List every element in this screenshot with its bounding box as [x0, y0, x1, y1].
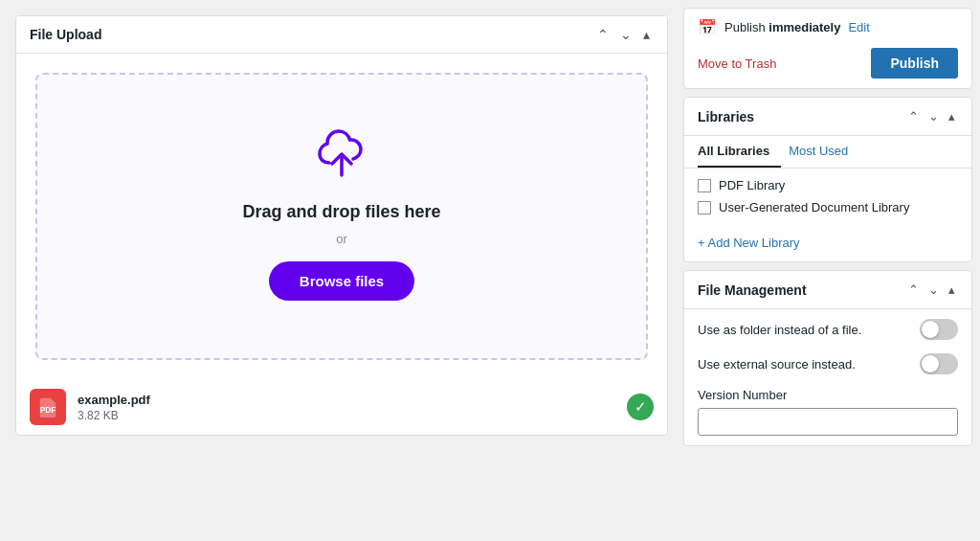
library-checkbox-pdf[interactable] — [698, 179, 711, 192]
or-divider-text: or — [336, 232, 347, 246]
browse-files-button[interactable]: Browse files — [269, 261, 414, 301]
file-management-body: Use as folder instead of a file. Use ext… — [684, 309, 971, 445]
expand-button[interactable]: ▴ — [639, 26, 654, 43]
file-mgmt-controls: ⌃ ⌄ ▴ — [905, 281, 958, 299]
file-mgmt-expand[interactable]: ▴ — [946, 281, 958, 299]
toggle-label-folder: Use as folder instead of a file. — [698, 323, 861, 337]
toggle-row-external: Use external source instead. — [698, 353, 958, 374]
drop-zone[interactable]: Drag and drop files here or Browse files — [35, 73, 648, 360]
version-number-label: Version Number — [698, 388, 958, 402]
library-label-ugd: User-Generated Document Library — [719, 200, 909, 214]
right-panel: 📅 Publish immediately Edit Move to Trash… — [683, 0, 980, 541]
library-checkbox-ugd[interactable] — [698, 201, 711, 214]
add-library-link[interactable]: + Add New Library — [684, 232, 971, 261]
card-header: File Upload ⌃ ⌄ ▴ — [16, 16, 667, 54]
file-management-section: File Management ⌃ ⌄ ▴ Use as folder inst… — [683, 270, 972, 446]
card-title: File Upload — [30, 27, 101, 42]
collapse-down-button[interactable]: ⌄ — [616, 26, 635, 43]
file-mgmt-collapse-up[interactable]: ⌃ — [905, 281, 922, 299]
calendar-icon: 📅 — [698, 18, 717, 36]
libraries-collapse-down[interactable]: ⌄ — [925, 107, 942, 125]
libraries-tabs: All Libraries Most Used — [684, 136, 971, 169]
libraries-collapse-up[interactable]: ⌃ — [905, 107, 922, 125]
file-upload-card: File Upload ⌃ ⌄ ▴ Drag and drop files he… — [15, 15, 668, 436]
toggle-switch-folder[interactable] — [920, 319, 958, 340]
libraries-expand[interactable]: ▴ — [946, 107, 958, 125]
publish-button[interactable]: Publish — [871, 48, 958, 79]
file-management-title: File Management — [698, 282, 807, 298]
file-name: example.pdf — [78, 393, 615, 407]
toggle-switch-external[interactable] — [920, 353, 958, 374]
libraries-list: PDF Library User-Generated Document Libr… — [684, 169, 971, 232]
file-management-header: File Management ⌃ ⌄ ▴ — [684, 271, 971, 309]
move-to-trash-link[interactable]: Move to Trash — [698, 56, 776, 71]
libraries-header: Libraries ⌃ ⌄ ▴ — [684, 98, 971, 136]
libraries-title: Libraries — [698, 109, 754, 124]
publish-actions: Move to Trash Publish — [698, 48, 958, 79]
left-panel: File Upload ⌃ ⌄ ▴ Drag and drop files he… — [0, 0, 683, 541]
publish-immediately-text: Publish immediately — [724, 20, 840, 34]
library-item-ugd: User-Generated Document Library — [698, 200, 958, 214]
tab-all-libraries[interactable]: All Libraries — [698, 136, 781, 168]
collapse-up-button[interactable]: ⌃ — [593, 26, 612, 43]
file-success-icon: ✓ — [627, 394, 654, 420]
pdf-icon: PDF — [30, 389, 66, 425]
publish-section: 📅 Publish immediately Edit Move to Trash… — [683, 8, 972, 89]
upload-cloud-icon — [311, 123, 372, 187]
card-controls: ⌃ ⌄ ▴ — [593, 26, 654, 43]
file-size: 3.82 KB — [78, 409, 615, 422]
file-mgmt-collapse-down[interactable]: ⌄ — [925, 281, 942, 299]
svg-text:PDF: PDF — [40, 406, 56, 415]
library-label-pdf: PDF Library — [719, 178, 785, 192]
file-details: example.pdf 3.82 KB — [78, 393, 615, 422]
drag-drop-text: Drag and drop files here — [242, 202, 440, 222]
file-info-row: PDF example.pdf 3.82 KB ✓ — [16, 379, 667, 435]
publish-header-row: 📅 Publish immediately Edit — [698, 18, 958, 36]
libraries-controls: ⌃ ⌄ ▴ — [905, 107, 958, 125]
library-item-pdf: PDF Library — [698, 178, 958, 192]
publish-edit-link[interactable]: Edit — [848, 20, 869, 34]
toggle-label-external: Use external source instead. — [698, 357, 856, 372]
libraries-section: Libraries ⌃ ⌄ ▴ All Libraries Most Used … — [683, 97, 972, 262]
version-number-input[interactable] — [698, 408, 958, 436]
tab-most-used[interactable]: Most Used — [789, 136, 859, 168]
toggle-row-folder: Use as folder instead of a file. — [698, 319, 958, 340]
